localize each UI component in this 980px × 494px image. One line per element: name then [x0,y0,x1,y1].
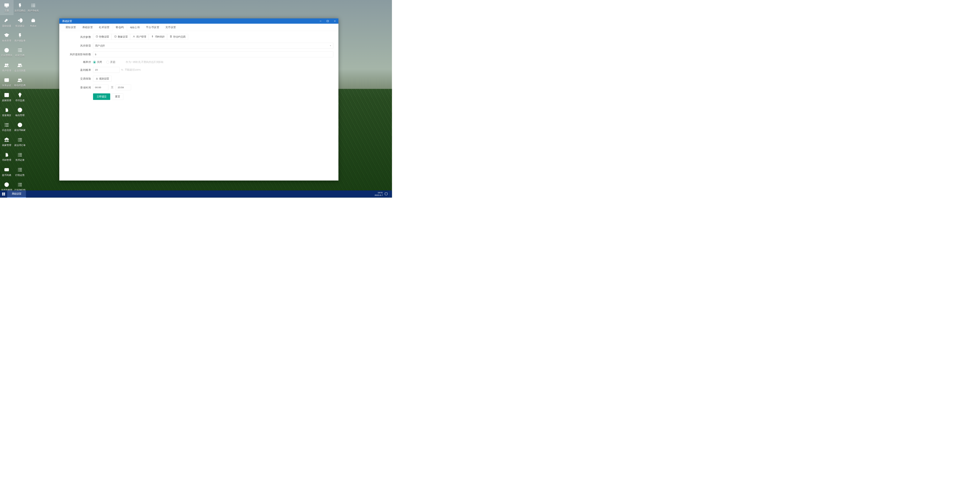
svg-point-3 [5,64,6,65]
submit-button[interactable]: 立即提交 [93,93,110,100]
desktop-icon[interactable]: 后台管理员 [0,45,13,60]
svg-point-12 [20,64,21,65]
bitcoin-icon [4,152,10,158]
minimize-button[interactable] [317,18,324,24]
desktop-icon[interactable]: 秒合约交易 [13,75,27,89]
robot-icon [30,18,36,23]
tab[interactable]: 通知设置 [62,24,79,31]
desktop-icon[interactable]: 币种管理 [0,149,13,164]
probability-radio[interactable]: 开启 [107,61,115,64]
start-button[interactable] [0,191,7,198]
tab[interactable]: app上传 [127,24,143,31]
desktop-icon[interactable]: 新法币订单 [13,134,27,149]
window-title: 基础设置 [62,19,317,23]
svg-point-18 [32,21,33,21]
probability-radio[interactable]: 关闭 [93,61,102,64]
close-button[interactable] [331,18,339,24]
desktop-icon-label: 角色管理 [2,39,11,42]
risk-type-select[interactable]: 用户点控 ▼ [93,43,333,48]
windows-logo-icon [2,193,5,195]
svg-point-19 [34,21,34,21]
clock-icon [95,35,98,38]
dollar-icon [17,32,23,38]
desktop-icon-label: 币种管理 [2,159,11,162]
system-tray: 19:51 2022-6-7 [375,191,392,198]
desktop-icon[interactable]: 钱包管理 [13,105,27,120]
clock[interactable]: 19:51 2022-6-7 [375,191,383,197]
desktop-icon[interactable]: 会员关系图 [13,60,27,75]
list-icon [17,182,23,187]
desktop-icon[interactable]: 币币交易 [13,89,27,104]
desktop-icon[interactable]: 新法币商家 [13,120,27,134]
show-desktop-button[interactable] [390,191,391,198]
desktop-icon[interactable]: 用户手动充 [27,0,40,15]
desktop-icon[interactable]: 用户管理 [0,60,13,75]
desktop-icon-label: 法币交易信 [14,9,25,12]
desktop-icon[interactable]: 商家管理 [0,134,13,149]
profit-rate-label: 盈利概率 [59,68,93,72]
desktop-icon-label: 新法币商家 [14,129,25,132]
time-separator: 至 [110,86,115,89]
desktop-icon-label: 充币记录 [15,159,24,162]
param-button[interactable]: 数量设置 [111,34,130,40]
desktop-icon[interactable]: 角色管理 [0,30,13,45]
svg-point-10 [18,20,19,21]
tab[interactable]: 基础设置 [79,24,96,31]
svg-rect-0 [5,3,9,6]
svg-point-2 [6,49,7,50]
desktop-icon-label: 用户风险率 [14,39,25,42]
profit-rate-input[interactable] [93,67,119,73]
param-button[interactable]: 用户管理 [130,34,149,40]
reset-button[interactable]: 重置 [112,93,124,100]
svg-point-6 [6,80,6,80]
insurance-rule-button[interactable]: 规则设置 [93,76,112,81]
desktop-icon[interactable]: 日志信息 [0,120,13,134]
bank-icon [4,137,10,143]
desktop-icon[interactable]: 充币记录 [13,149,27,164]
desktop-icon-label: 新闻管理 [2,99,11,102]
tab[interactable]: 充币设置 [162,24,179,31]
desktop-icon[interactable]: 主题 [0,0,13,15]
notification-icon[interactable] [385,193,388,196]
preseconds-input[interactable] [93,52,333,57]
desktop-icon-label: 会员关系图 [14,69,25,72]
desktop-icon-label: 实名认证 [2,84,11,87]
desktop-icon[interactable]: 首发项目 [0,105,13,120]
desktop-icon[interactable]: 提币列表 [0,164,13,179]
time: 19:51 [375,191,383,194]
desktop-icon[interactable]: 实名认证 [0,75,13,89]
desktop-icon-label: Robot [30,24,36,27]
maximize-button[interactable] [324,18,331,24]
desktop-icon[interactable]: 投诉建议 [13,15,27,30]
desktop-icon-label: 投诉建议 [15,24,24,27]
desktop-icon[interactable]: 法币交易信 [13,0,27,15]
list-icon [17,47,23,53]
insured-time-to[interactable] [116,84,131,90]
desktop-icon[interactable]: 杠杆交易 [13,45,27,60]
desktop-icon-label: 用户手动充 [28,9,39,12]
desktop-icon[interactable]: 行情走势 [13,164,27,179]
newspaper-icon [4,92,10,98]
tab[interactable]: 杠杆设置 [96,24,113,31]
date: 2022-6-7 [375,194,383,197]
desktop-icon[interactable]: 新闻管理 [0,89,13,104]
param-button[interactable]: 币种风控 [148,34,167,40]
window-content: 风控参数 秒数设置数量设置用户管理币种风控秒合约交易 风控类型 用户点控 ▼ 风… [59,31,339,180]
desktop-icon[interactable]: Robot [27,15,40,30]
param-button[interactable]: 秒数设置 [93,34,112,40]
desktop-icon[interactable]: 用户风险率 [13,30,27,45]
list-icon [17,137,23,143]
dollar-icon [17,3,23,8]
risk-params-label: 风控参数 [59,35,93,38]
desktop-icon[interactable]: 基础设置 [0,15,13,30]
monitor-icon [4,3,10,8]
window-titlebar[interactable]: 基础设置 [59,18,339,24]
tab[interactable]: 秒合约 [113,24,127,31]
param-button[interactable]: 秒合约交易 [167,34,188,40]
desktop-icon-label: 提币列表 [2,174,11,177]
desktop-icon-label: 商家管理 [2,144,11,147]
tab[interactable]: 平台币设置 [143,24,162,31]
taskbar-item-settings[interactable]: 基础设置 [7,191,26,198]
desktop-icon-label: 后台管理员 [1,54,12,57]
insured-time-from[interactable] [93,84,108,90]
